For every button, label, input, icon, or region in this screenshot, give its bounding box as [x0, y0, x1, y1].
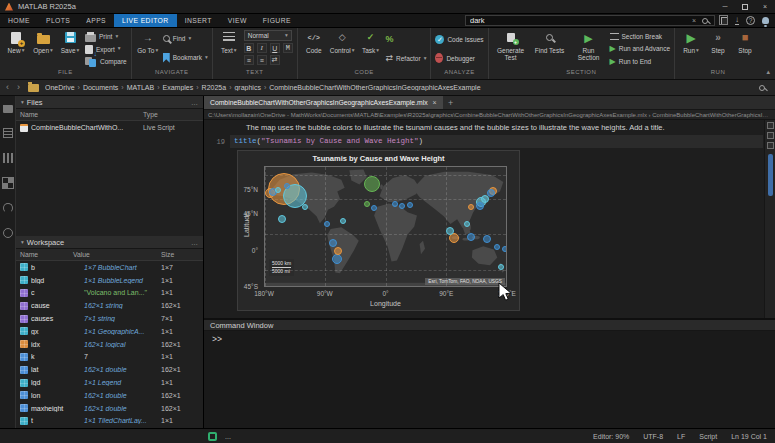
generate-test-button[interactable]: Generate Test	[493, 29, 529, 69]
editor-content[interactable]: The map uses the bubble colors to illust…	[204, 120, 775, 318]
search-icon[interactable]	[702, 18, 708, 24]
compare-button[interactable]: Compare	[85, 57, 127, 67]
stop-button[interactable]: ■ Stop	[733, 29, 757, 69]
history-rail-icon[interactable]	[3, 228, 13, 238]
bookmark-button[interactable]: Bookmark▾	[163, 53, 208, 63]
code-text[interactable]: title("Tsunamis by Cause and Wave Height…	[230, 135, 763, 148]
back-icon[interactable]: ‹	[4, 83, 11, 92]
figure-output[interactable]: Tsunamis by Cause and Wave Height Latitu…	[237, 150, 520, 311]
print-button[interactable]: Print▾	[85, 32, 127, 42]
workspace-row[interactable]: c"Volcano and Lan..."1×1	[16, 287, 203, 300]
text-style-dropdown[interactable]: Normal▾	[244, 30, 292, 41]
breadcrumb-item[interactable]: MATLAB	[127, 84, 155, 91]
outline-rail-icon[interactable]	[3, 128, 13, 138]
workspace-row[interactable]: maxheight162×1 double162×1	[16, 402, 203, 415]
run-button[interactable]: ▶ Run▾	[679, 29, 703, 69]
forward-icon[interactable]: ›	[15, 83, 22, 92]
copy-icon[interactable]	[721, 17, 728, 25]
expand-all-icon[interactable]	[767, 122, 774, 129]
maximize-button[interactable]	[735, 0, 755, 13]
breadcrumb-item[interactable]: OneDrive	[45, 84, 75, 91]
find-button[interactable]: Find▾	[163, 35, 208, 42]
export-button[interactable]: Export▾	[85, 45, 127, 54]
status-encoding[interactable]: UTF-8	[643, 433, 663, 440]
code-button[interactable]: </> Code	[302, 29, 326, 69]
find-tests-button[interactable]: Find Tests	[532, 29, 568, 69]
status-zoom[interactable]: Editor: 90%	[593, 433, 629, 440]
workspace-row[interactable]: k71×1	[16, 351, 203, 364]
breadcrumb-item[interactable]: CombineBubbleChartWithOtherGraphicsInGeo…	[269, 84, 480, 91]
workspace-panel-header[interactable]: ▾ Workspace …	[16, 236, 203, 249]
goto-button[interactable]: → Go To▾	[136, 29, 160, 69]
numbered-list-button[interactable]: ≡	[257, 55, 267, 65]
workspace-row[interactable]: lgd1×1 Legend1×1	[16, 376, 203, 389]
command-window[interactable]: >>	[204, 331, 775, 428]
editor-tab[interactable]: CombineBubbleChartWithOtherGraphicsInGeo…	[204, 96, 443, 109]
ribbon-tab-plots[interactable]: PLOTS	[38, 14, 78, 27]
status-eol[interactable]: LF	[677, 433, 685, 440]
column-size[interactable]: Size	[161, 251, 199, 258]
live-script-paragraph[interactable]: The map uses the bubble colors to illust…	[246, 123, 751, 132]
map-plot[interactable]: 5000 km 5000 mi Esri, TomTom, FAO, NOAA,…	[264, 166, 507, 287]
panel-menu-icon[interactable]: …	[191, 99, 198, 106]
run-to-end-button[interactable]: ▶ Run to End	[610, 58, 670, 66]
close-tab-icon[interactable]: ×	[433, 99, 437, 106]
close-button[interactable]: ×	[755, 0, 775, 13]
minimize-button[interactable]: ─	[715, 0, 735, 13]
comment-button[interactable]: %	[386, 35, 427, 44]
bold-button[interactable]: B	[244, 43, 254, 53]
ribbon-tab-insert[interactable]: INSERT	[177, 14, 220, 27]
debugger-button[interactable]: Debugger	[435, 53, 483, 63]
plots-rail-icon[interactable]	[3, 153, 13, 163]
documentation-search[interactable]: ×	[465, 15, 715, 26]
breadcrumb-item[interactable]: R2025a	[202, 84, 227, 91]
workspace-row[interactable]: blgd1×1 BubbleLegend1×1	[16, 274, 203, 287]
workspace-row[interactable]: cause162×1 string162×1	[16, 299, 203, 312]
section-break-button[interactable]: Section Break	[610, 33, 670, 40]
current-folder-icon[interactable]	[28, 84, 39, 92]
help-icon[interactable]: ?	[746, 16, 755, 25]
column-name[interactable]: Name	[20, 111, 143, 118]
workspace-row[interactable]: causes7×1 string7×1	[16, 312, 203, 325]
save-button[interactable]: Save▾	[58, 29, 82, 69]
task-button[interactable]: ✓ Task▾	[359, 29, 383, 69]
ribbon-tab-view[interactable]: VIEW	[220, 14, 255, 27]
step-button[interactable]: » Step	[706, 29, 730, 69]
bulleted-list-button[interactable]: ≡	[244, 55, 254, 65]
search-input[interactable]	[466, 16, 688, 25]
scrollbar-thumb[interactable]	[768, 154, 773, 196]
ribbon-tab-apps[interactable]: APPS	[78, 14, 114, 27]
control-button[interactable]: ◇ Control▾	[329, 29, 356, 69]
hyperlink-button[interactable]: ⇄	[270, 55, 280, 65]
profiler-rail-icon[interactable]	[3, 203, 13, 213]
ribbon-tab-live-editor[interactable]: LIVE EDITOR	[114, 14, 177, 27]
folder-search-icon[interactable]	[759, 85, 765, 91]
collapse-toolstrip-icon[interactable]: ▴	[761, 68, 775, 79]
file-row[interactable]: CombineBubbleChartWithO...Live Script	[16, 121, 203, 134]
code-issues-button[interactable]: Code Issues	[435, 35, 483, 44]
ribbon-tab-figure[interactable]: FIGURE	[255, 14, 299, 27]
open-button[interactable]: Open▾	[31, 29, 55, 69]
run-section-button[interactable]: ▶ Run Section	[571, 29, 607, 69]
code-line[interactable]: 19 title("Tsunamis by Cause and Wave Hei…	[204, 135, 763, 148]
workspace-row[interactable]: b1×7 BubbleChart1×7	[16, 261, 203, 274]
ribbon-tab-home[interactable]: HOME	[0, 14, 38, 27]
command-window-header[interactable]: Command Window	[204, 318, 775, 331]
workspace-row[interactable]: lon162×1 double162×1	[16, 389, 203, 402]
status-more[interactable]: ...	[225, 433, 231, 440]
breadcrumb-item[interactable]: Documents	[83, 84, 118, 91]
status-position[interactable]: Ln 19 Col 1	[731, 433, 767, 440]
breadcrumb-item[interactable]: Examples	[163, 84, 194, 91]
workspace-row[interactable]: lat162×1 double162×1	[16, 363, 203, 376]
refactor-button[interactable]: ⇄ Refactor▾	[386, 54, 427, 63]
column-value[interactable]: Value	[73, 251, 161, 258]
workspace-row[interactable]: idx162×1 logical162×1	[16, 338, 203, 351]
files-panel-header[interactable]: ▾ Files …	[16, 96, 203, 109]
files-rail-icon[interactable]	[3, 105, 13, 113]
download-icon[interactable]: ↓	[735, 16, 739, 25]
breadcrumb-item[interactable]: graphics	[234, 84, 260, 91]
new-tab-button[interactable]: +	[443, 96, 459, 109]
underline-button[interactable]: U	[270, 43, 280, 53]
notifications-icon[interactable]	[762, 17, 769, 24]
workspace-rail-icon[interactable]	[3, 178, 13, 188]
